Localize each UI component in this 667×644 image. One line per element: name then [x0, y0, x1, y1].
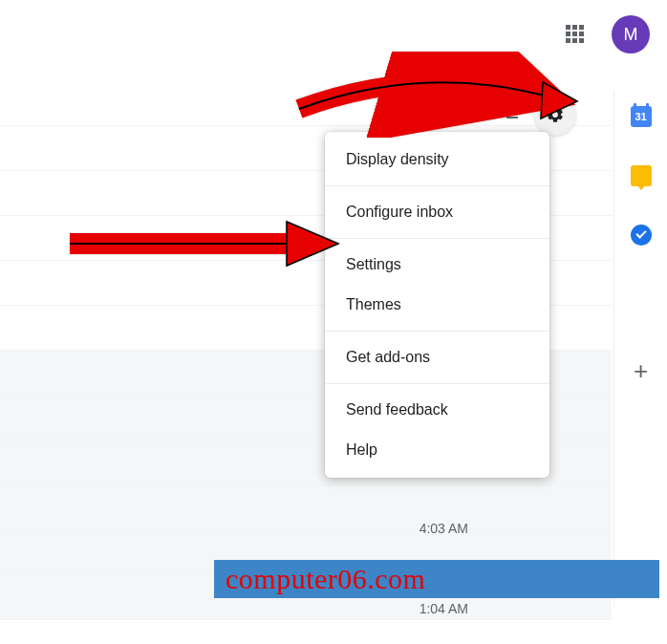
keep-icon[interactable] — [631, 165, 652, 186]
settings-dropdown-menu: Display density Configure inbox Settings… — [325, 132, 549, 478]
menu-item-get-addons[interactable]: Get add-ons — [325, 337, 549, 377]
avatar-initial: M — [624, 25, 638, 45]
gear-icon — [546, 105, 565, 124]
menu-item-send-feedback[interactable]: Send feedback — [325, 390, 549, 430]
menu-item-help[interactable]: Help — [325, 430, 549, 470]
menu-item-themes[interactable]: Themes — [325, 285, 549, 325]
menu-divider — [325, 331, 549, 332]
watermark-banner: computer06.com — [214, 560, 659, 598]
menu-item-settings[interactable]: Settings — [325, 245, 549, 285]
toolbar-icon[interactable] — [506, 103, 526, 118]
mail-time: 4:03 AM — [354, 521, 468, 536]
menu-divider — [325, 238, 549, 239]
mail-time: 1:04 AM — [354, 601, 468, 616]
watermark-text: computer06.com — [226, 563, 425, 595]
tasks-icon[interactable] — [631, 225, 652, 246]
mail-row[interactable] — [0, 485, 612, 530]
annotation-arrow-icon — [65, 210, 342, 281]
account-avatar[interactable]: M — [612, 15, 650, 54]
header: M — [0, 0, 667, 69]
side-panel: 31 + — [613, 91, 667, 607]
menu-item-configure-inbox[interactable]: Configure inbox — [325, 192, 549, 232]
settings-gear-button[interactable] — [534, 94, 576, 136]
menu-divider — [325, 383, 549, 384]
menu-item-display-density[interactable]: Display density — [325, 140, 549, 180]
add-addon-icon[interactable]: + — [631, 360, 652, 381]
calendar-icon[interactable]: 31 — [631, 106, 652, 127]
menu-divider — [325, 185, 549, 186]
google-apps-icon[interactable] — [566, 25, 585, 44]
